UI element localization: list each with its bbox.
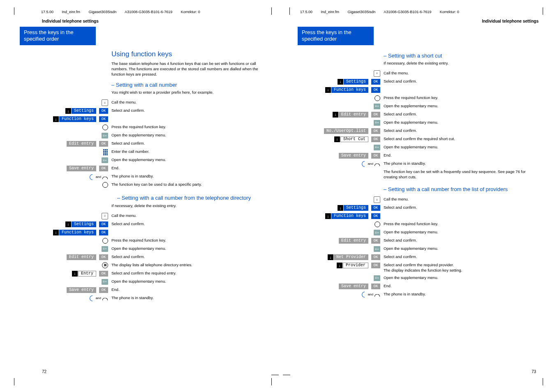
- handset-up-icon: [361, 161, 365, 166]
- function-key-icon: [102, 125, 108, 130]
- ok-button: OK: [371, 205, 380, 211]
- directory-icon: ⌘: [102, 262, 108, 268]
- section-title-left: Individual telephone settings: [42, 19, 275, 23]
- function-key-icon: [102, 238, 108, 244]
- fn-note: The function key can be used to dial a s…: [111, 182, 275, 187]
- step-end-2: End.: [111, 287, 275, 293]
- step-call-menu: Call the menu.: [111, 99, 275, 105]
- step-press-fn-r2: Press the required function key.: [384, 221, 547, 227]
- section-title-right: Individual telephone settings: [292, 19, 539, 23]
- step-open-supp: Open the supplementary menu.: [111, 132, 275, 138]
- ok-button: OK: [371, 112, 380, 118]
- ok-button: OK: [99, 221, 108, 227]
- handset-down-icon: [104, 295, 108, 301]
- supplementary-menu-icon: ≡+: [374, 246, 380, 252]
- menu-icon: ≡: [374, 70, 380, 77]
- step-press-fn-r1: Press the required function key.: [384, 95, 547, 101]
- step-select-confirm-r1: Select and confirm.: [384, 78, 547, 84]
- setting-short-cut-heading: – Setting with a short cut: [384, 52, 539, 60]
- menu-item-function-keys: ↓Function keys: [325, 87, 368, 93]
- menu-item-settings: ↓Settings: [338, 205, 368, 211]
- step-enter-number: Enter the call number.: [111, 149, 275, 154]
- menu-item-settings: ↓Settings: [65, 108, 96, 114]
- menu-icon: ≡: [102, 213, 108, 219]
- menu-item-settings: ↓Settings: [338, 79, 368, 85]
- menu-item-no-useropt: No./UserOpt.list: [324, 128, 368, 134]
- step-end-r1: End.: [384, 152, 547, 158]
- menu-item-short-cut: ↓Short Cut: [334, 136, 368, 142]
- step-select-confirm-r2: Select and confirm.: [384, 111, 547, 117]
- step-select-confirm-2: Select and confirm.: [111, 141, 275, 146]
- ok-button: OK: [371, 136, 380, 142]
- ok-button: OK: [99, 166, 108, 171]
- ok-button: OK: [371, 254, 380, 260]
- ok-button: OK: [99, 108, 108, 114]
- function-key-icon: [375, 221, 380, 227]
- menu-item-provider: ↓Provider: [337, 263, 368, 268]
- step-open-supp-r3: Open the supplementary menu.: [384, 144, 547, 150]
- step-call-menu-r1: Call the menu.: [384, 70, 547, 76]
- function-key-icon: [102, 182, 108, 188]
- ok-button: OK: [371, 153, 380, 159]
- ok-button: OK: [99, 230, 108, 235]
- menu-icon: ≡: [374, 196, 380, 203]
- step-open-supp-r2: Open the supplementary menu.: [384, 120, 547, 125]
- menu-item-edit-entry: Edit entry: [339, 238, 368, 244]
- step-standby-2: The phone is in standby.: [111, 295, 275, 301]
- menu-item-save-entry: Save entry: [67, 287, 96, 293]
- delete-note: If necessary, delete the existing entry.: [111, 203, 266, 209]
- fn-note-r1: The function key can be set with a frequ…: [384, 169, 547, 180]
- step-open-supp-4: Open the supplementary menu.: [111, 279, 275, 284]
- handset-down-icon: [104, 174, 108, 180]
- ok-button: OK: [371, 284, 380, 289]
- setting-call-number-heading: – Setting with a call number: [111, 81, 266, 89]
- handset-down-icon: [376, 292, 380, 297]
- menu-item-save-entry: Save entry: [67, 166, 96, 171]
- handset-up-icon: [89, 295, 93, 301]
- and-label: and: [96, 296, 101, 300]
- menu-item-save-entry: Save entry: [339, 153, 368, 159]
- menu-item-function-keys: ↓Function keys: [53, 230, 96, 235]
- step-open-supp-r6: Open the supplementary menu.: [384, 246, 547, 251]
- and-label: and: [368, 293, 373, 296]
- supplementary-menu-icon: ≡+: [374, 120, 380, 126]
- delete-note-right: If necessary, delete the existing entry.: [384, 61, 539, 66]
- step-standby-r2: The phone is in standby.: [384, 291, 547, 297]
- step-select-confirm-r4: Select and confirm.: [384, 205, 547, 210]
- step-select-short: Select and confirm the required short cu…: [384, 136, 547, 142]
- setting-providers-heading: – Setting with a call number from the li…: [384, 186, 539, 193]
- step-select-entry: Select and confirm the required entry.: [111, 270, 275, 276]
- menu-item-net-provider: ↓Net Provider: [328, 254, 368, 260]
- ok-button: OK: [371, 87, 380, 93]
- menu-item-edit-entry: Edit entry: [67, 141, 96, 147]
- keypad-icon: [102, 149, 108, 155]
- keys-banner: Press the keys in the specified order: [20, 27, 96, 45]
- page-73: Individual telephone settings Press the …: [292, 7, 547, 377]
- menu-item-function-keys: ↓Function keys: [325, 213, 368, 219]
- step-select-confirm-4: Select and confirm.: [111, 254, 275, 260]
- supplementary-menu-icon: ≡+: [102, 246, 108, 252]
- and-label: and: [368, 162, 373, 166]
- step-select-confirm-r5: Select and confirm.: [384, 238, 547, 243]
- supplementary-menu-icon: ≡+: [102, 279, 108, 285]
- menu-item-edit-entry: Edit entry: [67, 254, 96, 260]
- setting-from-directory-heading: – Setting with a call number from the te…: [111, 194, 266, 202]
- ok-button: OK: [371, 213, 380, 219]
- handset-up-icon: [361, 292, 365, 297]
- step-open-supp-r7: Open the supplementary menu.: [384, 275, 547, 281]
- step-end: End.: [111, 165, 275, 171]
- ok-button: OK: [371, 238, 380, 244]
- step-press-fn: Press the required function key.: [111, 124, 275, 130]
- step-select-confirm: Select and confirm.: [111, 108, 275, 113]
- ok-button: OK: [99, 271, 108, 277]
- intro-paragraph: The base station telephone has 4 functio…: [111, 61, 266, 77]
- step-standby: The phone is in standby.: [111, 173, 275, 179]
- page-72: Individual telephone settings Press the …: [20, 7, 275, 377]
- step-end-r2: End.: [384, 283, 547, 289]
- step-open-supp-r5: Open the supplementary menu.: [384, 229, 547, 235]
- step-select-confirm-3: Select and confirm.: [111, 221, 275, 227]
- step-open-supp-2: Open the supplementary menu.: [111, 157, 275, 163]
- step-select-prov: Select and confirm the required provider…: [384, 262, 547, 273]
- step-open-supp-r1: Open the supplementary menu.: [384, 103, 547, 109]
- step-press-fn-2: Press the required function key.: [111, 238, 275, 243]
